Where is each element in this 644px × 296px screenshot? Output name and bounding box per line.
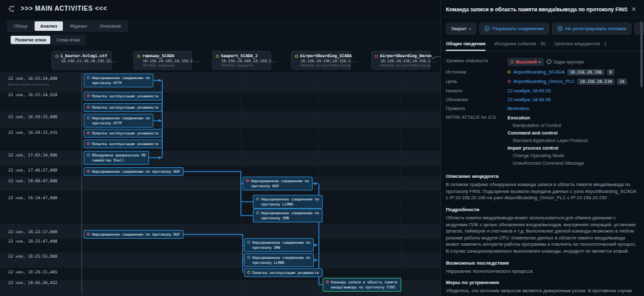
severity-dropdown[interactable]: Высокий ▾ bbox=[508, 58, 544, 66]
source-ip-badge[interactable]: 10.156.20.196 bbox=[567, 69, 604, 75]
node-ips: 10.156.20.230,10.156.2... bbox=[380, 58, 426, 63]
severity-icon bbox=[511, 60, 514, 63]
event-unauthorized-rdp[interactable]: Неразрешенное соединение по протоколу RD… bbox=[84, 167, 184, 176]
node-ips: 10.156.20.200,10.156.2... bbox=[221, 58, 267, 63]
event-fins-write-selected[interactable]: Команда записи в область памятиввода/выв… bbox=[323, 278, 401, 292]
attack-timeline-area: Обзор Анализ Журнал Описание Развитие ат… bbox=[0, 18, 440, 296]
target-node-link[interactable]: AirportBoarding_Omron_PLC bbox=[513, 79, 575, 84]
mitre-technique: Standard Application Layer Protocol bbox=[508, 137, 587, 145]
node-status-icon bbox=[295, 55, 298, 58]
tab-attack-development[interactable]: Развитие атаки bbox=[11, 36, 50, 44]
event-unauthorized-llmnr[interactable]: Неразрешенное соединение попротоколу LLM… bbox=[253, 195, 323, 209]
event-status-icon bbox=[247, 271, 250, 274]
tab-description[interactable]: Описание bbox=[94, 21, 127, 31]
slash-circle-icon bbox=[557, 26, 563, 31]
chevron-down-icon: ▾ bbox=[539, 60, 541, 64]
target-count-badge[interactable]: 10 bbox=[617, 79, 627, 85]
field-label: Начало bbox=[446, 88, 508, 94]
timestamp: 22 ноя, 18:14:47,000 bbox=[8, 195, 57, 200]
tab-incident-chain[interactable]: Цепочка инцидентов · 1 bbox=[554, 41, 606, 51]
timestamp: 22 ноя, 16:58:33,000 bbox=[8, 114, 57, 119]
rule-value[interactable]: Включено bbox=[508, 106, 530, 111]
field-label: MITRE ATT&CK for ICS bbox=[446, 114, 508, 120]
close-icon[interactable]: ✕ bbox=[630, 6, 638, 13]
event-status-icon bbox=[87, 116, 90, 119]
event-exploit-attempt[interactable]: Попытка эксплуатации уязвимости bbox=[84, 92, 162, 101]
event-exploit-attempt[interactable]: Попытка эксплуатации уязвимости bbox=[244, 268, 323, 277]
timestamp-note: Время начала инцидента bbox=[8, 82, 49, 86]
event-status-icon bbox=[87, 153, 90, 156]
event-exploit-attempt[interactable]: Попытка эксплуатации уязвимости bbox=[84, 129, 162, 138]
node-name: ropeway_SCADA bbox=[142, 53, 174, 58]
node-header-ropeway[interactable]: ropeway_SCADA 10.156.20.201,10.156.2... … bbox=[133, 51, 192, 70]
source-count-badge[interactable]: 8 bbox=[607, 69, 614, 75]
timestamp: 22 ноя, 18:25:47,000 bbox=[8, 239, 57, 244]
allow-connection-button[interactable]: Разрешить соединение bbox=[479, 23, 549, 35]
event-status-icon bbox=[87, 131, 90, 134]
tab-analysis[interactable]: Анализ bbox=[35, 21, 63, 31]
ignore-similar-button[interactable]: Не регистрировать похожие bbox=[552, 23, 631, 35]
section-consequences: Возможные последствия Нарушение технолог… bbox=[446, 260, 638, 275]
tab-source-events[interactable]: Исходные события · 30 bbox=[494, 41, 545, 51]
status-dropdown[interactable]: Закрыт▾ bbox=[446, 23, 476, 35]
section-body: Область памяти ввода/вывода может исполь… bbox=[446, 215, 638, 255]
timestamp: 22 ноя, 16:53:24,918 bbox=[8, 92, 57, 97]
panel-scrollbar[interactable] bbox=[640, 21, 643, 87]
node-status-icon bbox=[137, 55, 140, 58]
event-unauthorized-rdp[interactable]: Неразрешенное соединение попротоколу RDP bbox=[243, 177, 313, 190]
node-status-icon bbox=[375, 55, 378, 58]
start-time-value: 22 ноября, 18:45:26 bbox=[508, 88, 551, 94]
event-exploit-attempt[interactable]: Попытка эксплуатации уязвимости bbox=[84, 140, 162, 148]
mitre-tactic: Execution bbox=[508, 114, 587, 122]
event-unauthorized-http[interactable]: Неразрешенное соединение попротоколу HTT… bbox=[84, 114, 153, 128]
node-ips: 10.156.20.201,10.156.2... bbox=[143, 58, 188, 63]
node-header-airport-omron[interactable]: AirportBoarding_Omron_... 10.156.20.230,… bbox=[371, 51, 430, 70]
section-remediation: Меры по устранению Убедитесь, что источн… bbox=[446, 280, 638, 296]
node-name: AirportBoarding_SCADA bbox=[300, 53, 352, 58]
field-label: Обновлен bbox=[446, 97, 508, 102]
timestamp: 22 ноя, 18:26:31,465 bbox=[8, 270, 57, 275]
event-status-icon bbox=[247, 241, 250, 244]
check-circle-icon bbox=[484, 26, 490, 31]
field-label: Уровень опасности bbox=[446, 58, 508, 63]
incident-detail-panel: Команда записи в область памяти ввода/вы… bbox=[440, 0, 644, 296]
event-status-icon bbox=[246, 179, 249, 182]
source-node-link[interactable]: AirportBoarding_SCADA bbox=[513, 69, 565, 75]
tab-general-info[interactable]: Общие сведения bbox=[446, 41, 486, 51]
tab-overview[interactable]: Обзор bbox=[8, 21, 33, 31]
event-status-icon bbox=[87, 233, 90, 236]
event-unauthorized-llmnr[interactable]: Неразрешенное соединение попротоколу LLM… bbox=[244, 253, 314, 267]
event-malware-shell[interactable]: Обнаружено вредоносное ПОсемейства Shell bbox=[84, 151, 149, 165]
page-title: >>> MAIN ACTIVITIES <<< bbox=[21, 5, 107, 12]
field-label: Правило bbox=[446, 106, 508, 111]
node-ips: 10.156.21.30,10.156.21... bbox=[61, 58, 108, 63]
section-body: В сетевом трафике обнаружена команда зап… bbox=[446, 182, 638, 202]
timestamp: 22 ноя, 17:46:27,000 bbox=[8, 168, 57, 173]
mitre-technique: Unauthorized Command Message bbox=[508, 160, 587, 167]
timestamp: 22 ноя, 16:58:33,415 bbox=[8, 130, 57, 135]
event-exploit-attempt[interactable]: Попытка эксплуатации уязвимости bbox=[84, 103, 162, 112]
node-group: HVLOGI.AirportBoarding bbox=[301, 63, 347, 67]
mitre-technique: Change Operating Mode bbox=[508, 152, 587, 160]
event-status-icon bbox=[326, 280, 329, 283]
tab-journal[interactable]: Журнал bbox=[64, 21, 92, 31]
section-title: Меры по устранению bbox=[446, 280, 638, 285]
timestamp: 22 ноя, 17:03:34,806 bbox=[8, 153, 57, 158]
tab-attack-scheme[interactable]: Схема атаки bbox=[52, 36, 84, 44]
event-unauthorized-smb[interactable]: Неразрешенное соединение попротоколу SMB bbox=[253, 209, 323, 222]
event-unauthorized-rdp[interactable]: Неразрешенное соединение по протоколу RD… bbox=[84, 230, 184, 239]
timestamp: 22 ноя, 18:22:17,000 bbox=[8, 229, 57, 234]
target-ip-badge[interactable]: 10.156.20.230 bbox=[577, 79, 614, 85]
section-description: Описание инцидента В сетевом трафике обн… bbox=[446, 173, 638, 202]
node-header-seaport[interactable]: Seaport_SCADA_2 10.156.20.200,10.156.2..… bbox=[212, 51, 271, 70]
event-status-icon bbox=[87, 142, 90, 145]
severity-note: Задан вручную bbox=[553, 60, 584, 64]
mitre-tactic: Impair process control bbox=[508, 145, 587, 152]
node-header-airport-scada[interactable]: AirportBoarding_SCADA 10.156.20.196,10.1… bbox=[291, 51, 351, 70]
section-body: Нарушение технологического процесса bbox=[446, 268, 638, 275]
event-unauthorized-smb[interactable]: Неразрешенное соединение попротоколу SMB bbox=[244, 238, 314, 252]
node-header-ibaxter[interactable]: i_baxter.hvlogi.stf 10.156.21.30,10.156.… bbox=[52, 51, 112, 70]
event-unauthorized-http[interactable]: Неразрешенное соединение попротоколу HTT… bbox=[84, 74, 153, 87]
mitre-tactic: Command and control bbox=[508, 129, 587, 137]
mitre-attack-list: Execution Manipulation of Control Comman… bbox=[508, 114, 587, 167]
